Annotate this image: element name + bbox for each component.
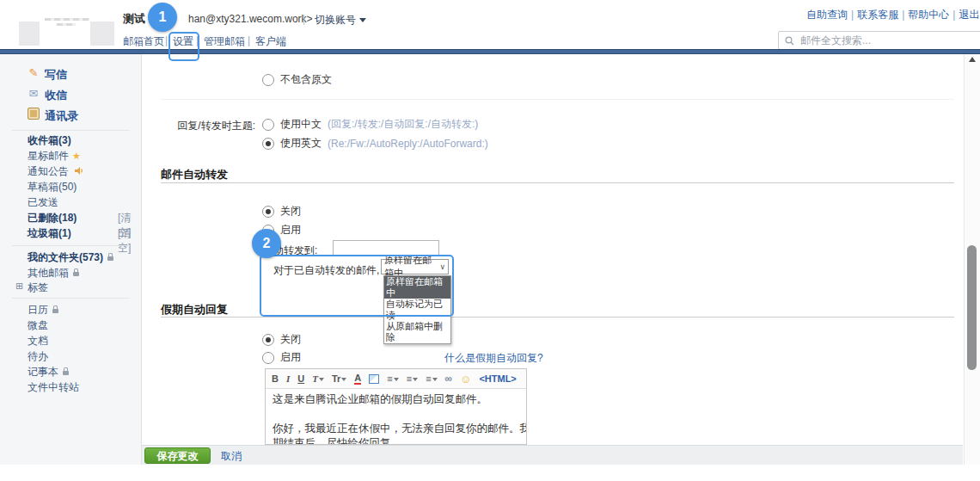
radio-row-vacation-off[interactable]: 关闭 (262, 332, 301, 347)
sidebar-item-drafts[interactable]: 草稿箱(50) (28, 180, 77, 194)
save-changes-button[interactable]: 保存更改 (144, 447, 211, 464)
radio-selected-icon[interactable] (262, 138, 274, 150)
sidebar-item-other-mailbox[interactable]: 其他邮箱 (28, 266, 79, 281)
sidebar-item-inbox[interactable]: 收件箱(3) (28, 133, 71, 148)
sidebar-item-tags[interactable]: 标签 (28, 281, 48, 295)
separator: | (949, 9, 959, 21)
logo-placeholder (90, 22, 114, 46)
hyperlink-icon[interactable]: ∞ (445, 373, 453, 385)
search-input[interactable] (799, 34, 965, 47)
editor-line: 你好，我最近正在休假中，无法亲自回复你的邮件。我将在假 (273, 422, 519, 436)
radio-unselected-icon[interactable] (262, 119, 274, 131)
sidebar-item-announcements[interactable]: 通知公告 (28, 164, 84, 179)
switch-account-link[interactable]: 切换账号 (315, 13, 366, 28)
radio-label: 使用中文 (280, 117, 322, 132)
scroll-up-arrow-icon[interactable] (969, 57, 976, 62)
sidebar-item-spam[interactable]: 垃圾箱(1) (28, 226, 71, 241)
speaker-icon (75, 167, 84, 176)
editor-line: 这是来自腾讯企业邮箱的假期自动回复邮件。 (273, 392, 519, 407)
indent-icon[interactable]: ≡ (426, 373, 437, 385)
separator: | (848, 9, 857, 21)
section-title-vacation-reply: 假期自动回复 (161, 302, 228, 318)
sidebar-item-calendar[interactable]: 日历 (28, 303, 58, 318)
sidebar-item-sent[interactable]: 已发送 (28, 195, 58, 210)
header-top-links: 自助查询|联系客服|帮助中心|退出 (806, 8, 979, 22)
radio-row-chinese-subject[interactable]: 使用中文 (回复:/转发:/自动回复:/自动转发:) (262, 117, 478, 132)
italic-icon[interactable]: I (286, 373, 290, 385)
emoji-icon[interactable]: ☺ (460, 373, 471, 385)
annotation-step-2-marker: 2 (252, 229, 281, 258)
radio-label: 关闭 (280, 332, 301, 347)
sidebar-item-notebook[interactable]: 记事本 (28, 365, 69, 379)
image-icon[interactable] (369, 374, 379, 384)
radio-selected-icon[interactable] (262, 334, 274, 346)
separator: | (165, 34, 168, 46)
dropdown-option-delete[interactable]: 从原邮箱中删除 (384, 321, 450, 343)
sidebar-item-receive[interactable]: 收信 (45, 88, 67, 103)
search-box[interactable] (778, 31, 980, 50)
editor-line: 期结束后，尽快给你回复 (273, 436, 519, 445)
radio-row-exclude-original[interactable]: 不包含原文 (262, 72, 332, 87)
editor-text-area[interactable]: 这是来自腾讯企业邮箱的假期自动回复邮件。 你好，我最近正在休假中，无法亲自回复你… (266, 389, 526, 445)
sidebar-item-docs[interactable]: 文档 (28, 334, 48, 348)
star-icon: ★ (72, 151, 81, 161)
footer-bar: 保存更改 取消 (142, 445, 963, 465)
link-logout[interactable]: 退出 (959, 9, 979, 21)
vertical-scrollbar-thumb[interactable] (967, 245, 977, 370)
sidebar-item-starred[interactable]: 星标邮件★ (28, 149, 81, 163)
radio-selected-icon[interactable] (262, 206, 274, 218)
radio-unselected-icon[interactable] (262, 352, 274, 364)
bold-icon[interactable]: B (272, 373, 279, 385)
chevron-down-icon (359, 18, 366, 22)
radio-row-english-subject[interactable]: 使用英文 (Re:/Fw:/AutoReply:/AutoForward:) (262, 136, 488, 151)
radio-row-forward-off[interactable]: 关闭 (262, 204, 301, 219)
inbox-envelope-icon: ✉ (27, 87, 40, 100)
font-size-icon[interactable]: Tr (332, 373, 346, 385)
sidebar-item-deleted[interactable]: 已删除(18) (28, 211, 77, 225)
sidebar-item-drive[interactable]: 微盘 (28, 318, 48, 333)
underline-icon[interactable]: U (297, 373, 304, 385)
sidebar-item-compose[interactable]: 写信 (45, 67, 67, 83)
font-color-icon[interactable]: A (354, 373, 361, 385)
list-icon[interactable]: ≡ (407, 373, 418, 385)
radio-unselected-icon[interactable] (262, 74, 274, 86)
lock-icon (107, 256, 113, 261)
contacts-icon (27, 108, 40, 120)
annotation-box-settings-link (168, 32, 199, 61)
sidebar-item-my-folders[interactable]: 我的文件夹(573) (28, 250, 113, 265)
align-icon[interactable]: ≡ (387, 373, 398, 385)
cancel-button[interactable]: 取消 (221, 449, 242, 464)
html-mode-button[interactable]: <HTML> (479, 373, 516, 384)
reply-subject-label: 回复/转发时主题: (161, 119, 255, 133)
sidebar-item-file-transfer[interactable]: 文件中转站 (28, 380, 79, 395)
sidebar: ✎ 写信 ✉ 收信 通讯录 收件箱(3) 星标邮件★ 通知公告 草稿箱(50) … (0, 54, 142, 465)
link-self-service[interactable]: 自助查询 (806, 9, 848, 21)
vacation-reply-editor: B I U T Tr A ≡ ≡ ≡ ∞ ☺ <HTML> 这是来自腾讯企业邮箱… (265, 368, 527, 445)
lock-icon (52, 309, 58, 313)
account-name: 测试 (123, 11, 145, 27)
vacation-help-link[interactable]: 什么是假期自动回复? (444, 351, 543, 366)
editor-toolbar: B I U T Tr A ≡ ≡ ≡ ∞ ☺ <HTML> (266, 369, 526, 389)
radio-row-vacation-on[interactable]: 启用 (262, 350, 301, 365)
nav-client[interactable]: 客户端 (255, 34, 286, 49)
nav-manage-mailbox[interactable]: 管理邮箱 (204, 34, 245, 49)
font-family-icon[interactable]: T (312, 373, 324, 385)
logo-placeholder (19, 22, 40, 46)
sidebar-divider (12, 130, 130, 131)
chinese-subject-note: (回复:/转发:/自动回复:/自动转发:) (328, 117, 478, 132)
radio-label: 使用英文 (280, 136, 322, 151)
link-help-center[interactable]: 帮助中心 (908, 9, 949, 21)
section-divider (161, 99, 954, 100)
sidebar-item-todo[interactable]: 待办 (28, 349, 48, 364)
section-title-auto-forward: 邮件自动转发 (161, 167, 228, 182)
nav-mail-home[interactable]: 邮箱首页 (123, 34, 164, 49)
section-underline (161, 317, 954, 318)
logo-text-redacted (57, 23, 76, 26)
link-contact-support[interactable]: 联系客服 (857, 9, 898, 21)
sidebar-item-contacts[interactable]: 通讯录 (45, 108, 78, 124)
empty-spam-button[interactable]: [清空] (118, 226, 141, 256)
expand-tags-icon[interactable]: ⊞ (15, 281, 23, 292)
radio-label: 不包含原文 (280, 72, 332, 87)
sidebar-divider (12, 298, 130, 299)
logo-text-redacted (45, 18, 89, 21)
